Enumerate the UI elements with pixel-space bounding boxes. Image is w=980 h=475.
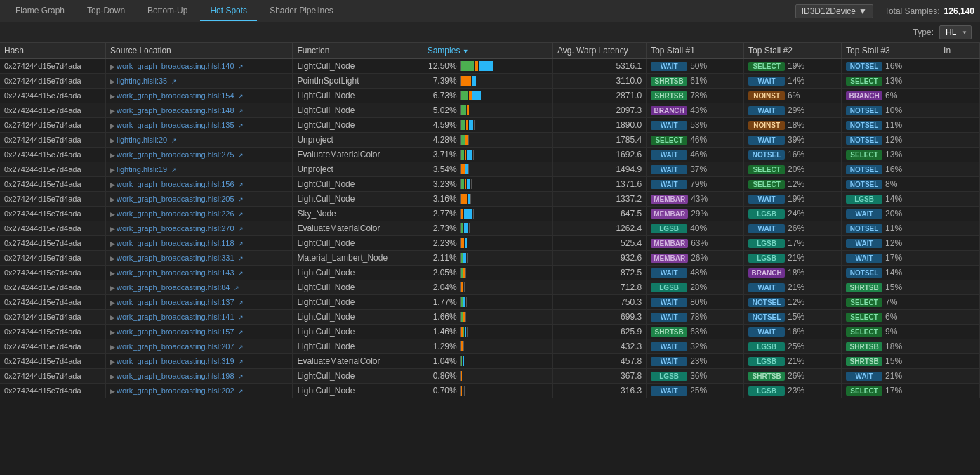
table-row[interactable]: 0x274244d15e7d4ada▶lighting.hlsli:20 ↗Un… [0, 133, 980, 148]
table-row[interactable]: 0x274244d15e7d4ada▶work_graph_broadcasti… [0, 369, 980, 384]
cell-source[interactable]: ▶work_graph_broadcasting.hlsl:148 ↗ [106, 103, 293, 118]
table-row[interactable]: 0x274244d15e7d4ada▶lighting.hlsli:35 ↗Po… [0, 74, 980, 89]
type-selector[interactable]: HL [939, 25, 972, 39]
source-link[interactable]: lighting.hlsli:20 [117, 136, 167, 144]
source-link[interactable]: work_graph_broadcasting.hlsl:156 [117, 180, 234, 188]
nav-tab-top-down[interactable]: Top-Down [77, 1, 135, 21]
main-table-container[interactable]: Hash Source Location Function Samples ▼ … [0, 43, 980, 475]
cell-source[interactable]: ▶work_graph_broadcasting.hlsl:157 ↗ [106, 325, 293, 339]
cell-source[interactable]: ▶work_graph_broadcasting.hlsl:319 ↗ [106, 354, 293, 369]
table-row[interactable]: 0x274244d15e7d4ada▶work_graph_broadcasti… [0, 148, 980, 162]
cell-source[interactable]: ▶work_graph_broadcasting.hlsl:275 ↗ [106, 148, 293, 162]
col-header-samples[interactable]: Samples ▼ [423, 43, 552, 59]
bar-segment [465, 135, 468, 145]
stall1-badge: WAIT [651, 121, 687, 130]
table-row[interactable]: 0x274244d15e7d4ada▶work_graph_broadcasti… [0, 177, 980, 192]
col-header-avgwarp[interactable]: Avg. Warp Latency [552, 43, 646, 59]
stall2-pct: 12% [788, 297, 807, 307]
table-row[interactable]: 0x274244d15e7d4ada▶work_graph_broadcasti… [0, 207, 980, 221]
table-row[interactable]: 0x274244d15e7d4ada▶work_graph_broadcasti… [0, 325, 980, 339]
table-row[interactable]: 0x274244d15e7d4ada▶work_graph_broadcasti… [0, 339, 980, 354]
cell-source[interactable]: ▶work_graph_broadcasting.hlsl:270 ↗ [106, 221, 293, 236]
cell-source[interactable]: ▶work_graph_broadcasting.hlsl:135 ↗ [106, 118, 293, 133]
cell-source[interactable]: ▶work_graph_broadcasting.hlsl:331 ↗ [106, 251, 293, 266]
source-link[interactable]: work_graph_broadcasting.hlsl:154 [117, 91, 234, 100]
col-header-hash[interactable]: Hash [0, 43, 106, 59]
source-link[interactable]: work_graph_broadcasting.hlsl:275 [117, 150, 234, 159]
cell-samples: 1.46% [423, 325, 552, 339]
table-row[interactable]: 0x274244d15e7d4ada▶work_graph_broadcasti… [0, 89, 980, 103]
source-link[interactable]: work_graph_broadcasting.hlsl:143 [117, 268, 234, 277]
nav-tab-flame-graph[interactable]: Flame Graph [6, 1, 74, 21]
table-row[interactable]: 0x274244d15e7d4ada▶work_graph_broadcasti… [0, 310, 980, 325]
stall1-pct: 80% [690, 297, 710, 307]
cell-source[interactable]: ▶work_graph_broadcasting.hlsl:141 ↗ [106, 310, 293, 325]
source-link[interactable]: work_graph_broadcasting.hlsl:319 [117, 357, 234, 365]
col-header-stall1[interactable]: Top Stall #1 [647, 43, 744, 59]
cell-source[interactable]: ▶work_graph_broadcasting.hlsl:198 ↗ [106, 369, 293, 384]
cell-hash: 0x274244d15e7d4ada [0, 354, 106, 369]
cell-source[interactable]: ▶work_graph_broadcasting.hlsl:156 ↗ [106, 177, 293, 192]
external-link-icon: ↗ [237, 211, 244, 218]
cell-source[interactable]: ▶lighting.hlsli:35 ↗ [106, 74, 293, 89]
device-selector[interactable]: ID3D12Device ▼ [795, 4, 873, 18]
cell-source[interactable]: ▶work_graph_broadcasting.hlsl:140 ↗ [106, 59, 293, 74]
source-link[interactable]: work_graph_broadcasting.hlsl:140 [117, 62, 234, 70]
source-link[interactable]: work_graph_broadcasting.hlsl:141 [117, 313, 234, 321]
cell-source[interactable]: ▶work_graph_broadcasting.hlsl:118 ↗ [106, 236, 293, 251]
source-link[interactable]: work_graph_broadcasting.hlsl:135 [117, 121, 234, 129]
nav-tab-shader-pipelines[interactable]: Shader Pipelines [260, 1, 343, 21]
col-header-stall3[interactable]: Top Stall #3 [842, 43, 939, 59]
col-header-function[interactable]: Function [293, 43, 423, 59]
bar-segment [463, 312, 465, 322]
table-row[interactable]: 0x274244d15e7d4ada▶work_graph_broadcasti… [0, 295, 980, 310]
stall1-badge: LGSB [651, 372, 687, 381]
nav-tab-bottom-up[interactable]: Bottom-Up [138, 1, 197, 21]
source-link[interactable]: work_graph_broadcasting.hlsl:207 [117, 342, 234, 351]
table-row[interactable]: 0x274244d15e7d4ada▶work_graph_broadcasti… [0, 280, 980, 295]
cell-source[interactable]: ▶lighting.hlsli:20 ↗ [106, 133, 293, 148]
table-row[interactable]: 0x274244d15e7d4ada▶work_graph_broadcasti… [0, 103, 980, 118]
table-row[interactable]: 0x274244d15e7d4ada▶work_graph_broadcasti… [0, 236, 980, 251]
table-row[interactable]: 0x274244d15e7d4ada▶work_graph_broadcasti… [0, 251, 980, 266]
source-link[interactable]: work_graph_broadcasting.hlsl:157 [117, 327, 234, 336]
table-row[interactable]: 0x274244d15e7d4ada▶work_graph_broadcasti… [0, 354, 980, 369]
source-link[interactable]: work_graph_broadcasting.hlsl:118 [117, 239, 234, 247]
cell-source[interactable]: ▶work_graph_broadcasting.hlsl:205 ↗ [106, 192, 293, 207]
nav-tab-hot-spots[interactable]: Hot Spots [200, 1, 257, 21]
table-row[interactable]: 0x274244d15e7d4ada▶work_graph_broadcasti… [0, 221, 980, 236]
cell-source[interactable]: ▶work_graph_broadcasting.hlsl:154 ↗ [106, 89, 293, 103]
source-link[interactable]: work_graph_broadcasting.hlsl:270 [117, 224, 234, 233]
table-row[interactable]: 0x274244d15e7d4ada▶work_graph_broadcasti… [0, 266, 980, 280]
expand-icon: ▶ [110, 78, 115, 85]
table-row[interactable]: 0x274244d15e7d4ada▶work_graph_broadcasti… [0, 59, 980, 74]
table-row[interactable]: 0x274244d15e7d4ada▶work_graph_broadcasti… [0, 384, 980, 398]
cell-source[interactable]: ▶lighting.hlsli:19 ↗ [106, 162, 293, 177]
bar-segment [461, 164, 465, 174]
cell-source[interactable]: ▶work_graph_broadcasting.hlsl:84 ↗ [106, 280, 293, 295]
table-row[interactable]: 0x274244d15e7d4ada▶lighting.hlsli:19 ↗Un… [0, 162, 980, 177]
source-link[interactable]: lighting.hlsli:35 [117, 77, 167, 85]
cell-source[interactable]: ▶work_graph_broadcasting.hlsl:207 ↗ [106, 339, 293, 354]
source-link[interactable]: work_graph_broadcasting.hlsl:148 [117, 106, 234, 115]
cell-source[interactable]: ▶work_graph_broadcasting.hlsl:202 ↗ [106, 384, 293, 398]
cell-samples: 1.66% [423, 310, 552, 325]
cell-source[interactable]: ▶work_graph_broadcasting.hlsl:143 ↗ [106, 266, 293, 280]
col-header-source[interactable]: Source Location [106, 43, 293, 59]
cell-source[interactable]: ▶work_graph_broadcasting.hlsl:137 ↗ [106, 295, 293, 310]
cell-source[interactable]: ▶work_graph_broadcasting.hlsl:226 ↗ [106, 207, 293, 221]
source-link[interactable]: work_graph_broadcasting.hlsl:205 [117, 195, 234, 203]
source-link[interactable]: work_graph_broadcasting.hlsl:84 [117, 283, 230, 292]
table-row[interactable]: 0x274244d15e7d4ada▶work_graph_broadcasti… [0, 118, 980, 133]
col-header-stall2[interactable]: Top Stall #2 [744, 43, 842, 59]
type-selector-wrap[interactable]: HL [939, 25, 972, 39]
source-link[interactable]: work_graph_broadcasting.hlsl:331 [117, 254, 234, 262]
source-link[interactable]: work_graph_broadcasting.hlsl:137 [117, 298, 234, 306]
col-header-in[interactable]: In [939, 43, 980, 59]
source-link[interactable]: lighting.hlsli:19 [117, 165, 167, 174]
source-link[interactable]: work_graph_broadcasting.hlsl:202 [117, 386, 234, 395]
source-link[interactable]: work_graph_broadcasting.hlsl:198 [117, 372, 234, 380]
cell-avgwarp: 1337.2 [552, 192, 646, 207]
source-link[interactable]: work_graph_broadcasting.hlsl:226 [117, 209, 234, 218]
table-row[interactable]: 0x274244d15e7d4ada▶work_graph_broadcasti… [0, 192, 980, 207]
